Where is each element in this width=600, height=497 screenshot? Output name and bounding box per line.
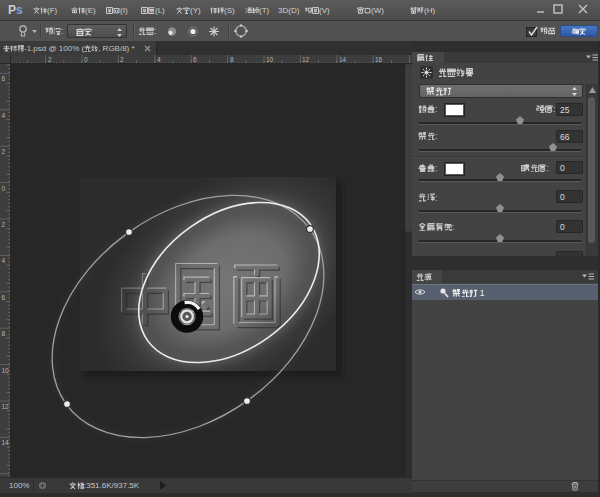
svg-text:6: 6 <box>193 56 197 63</box>
svg-text:0: 0 <box>84 56 88 63</box>
svg-text:12: 12 <box>2 403 10 410</box>
svg-text:4: 4 <box>2 257 6 264</box>
svg-text:16: 16 <box>375 56 383 63</box>
svg-text:2: 2 <box>2 148 6 155</box>
svg-text:8: 8 <box>2 330 6 337</box>
svg-text:6: 6 <box>2 75 6 82</box>
svg-text:14: 14 <box>2 439 10 446</box>
svg-text:4: 4 <box>2 112 6 119</box>
svg-text:4: 4 <box>157 56 161 63</box>
svg-text:12: 12 <box>302 56 310 63</box>
svg-text:2: 2 <box>48 56 52 63</box>
svg-text:2: 2 <box>120 56 124 63</box>
svg-text:14: 14 <box>339 56 347 63</box>
svg-text:0: 0 <box>2 185 6 192</box>
svg-text:10: 10 <box>266 56 274 63</box>
svg-text:8: 8 <box>230 56 234 63</box>
svg-text:6: 6 <box>2 294 6 301</box>
svg-text:2: 2 <box>2 221 6 228</box>
svg-text:10: 10 <box>2 367 10 374</box>
